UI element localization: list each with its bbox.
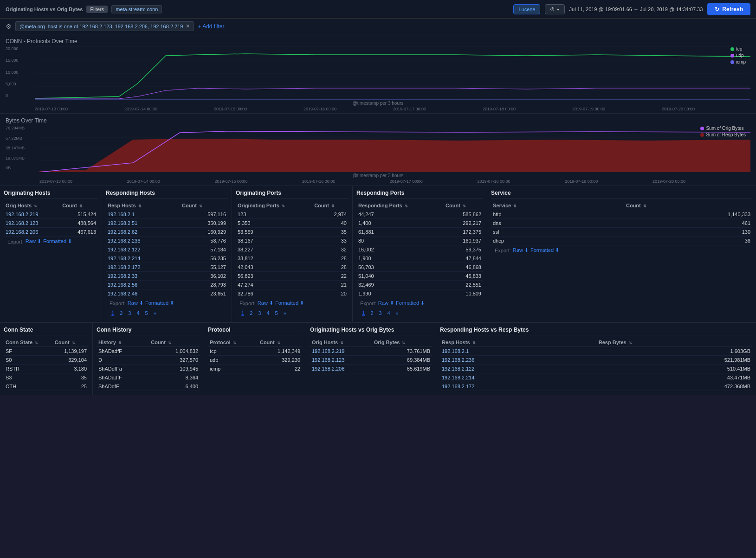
op-page-4[interactable]: 4 — [265, 310, 271, 316]
col-count-svc[interactable]: Count ⇅ — [624, 201, 752, 210]
rp-page-4[interactable]: 4 — [385, 310, 392, 316]
table-row: 32,78620 — [236, 289, 349, 298]
table-row: 56,82322 — [236, 272, 349, 281]
bytes-chart-area: Sum of Orig Bytes Sum of Resp Bytes — [39, 126, 750, 172]
table-row: 192.168.2.1597,116 — [106, 210, 228, 219]
bytes-chart-title: Bytes Over Time — [6, 117, 750, 124]
op-page-5[interactable]: 5 — [273, 310, 280, 316]
formatted-link-rp[interactable]: Formatted ⬇ — [396, 300, 425, 306]
col-resp-hosts[interactable]: Resp Hosts ⇅ — [106, 201, 180, 210]
page-5-btn[interactable]: 5 — [143, 310, 150, 316]
col-count-pr[interactable]: Count ⇅ — [258, 338, 302, 347]
originating-hosts-title: Originating Hosts — [4, 190, 98, 199]
settings-icon[interactable]: ⚙ — [6, 23, 12, 30]
bottom-tables-row: Conn State Conn State ⇅ Count ⇅ SF1,139,… — [0, 322, 756, 395]
protocols-x-label: @timestamp per 3 hours — [6, 100, 750, 107]
table-row: 44,247585,862 — [356, 210, 483, 219]
raw-link-rp[interactable]: Raw ⬇ — [378, 300, 394, 306]
col-count-ch[interactable]: Count ⇅ — [149, 338, 200, 347]
table-row: 192.168.2.21973.761MB — [310, 347, 432, 356]
op-page-3[interactable]: 3 — [256, 310, 263, 316]
top-tables-row: Originating Hosts Orig Hosts ⇅ Count ⇅ 1… — [0, 186, 756, 322]
table-row: 38,22732 — [236, 245, 349, 254]
col-resp-bytes[interactable]: Resp Bytes ⇅ — [597, 338, 752, 347]
filter-close-icon[interactable]: ✕ — [186, 23, 190, 29]
page-3-btn[interactable]: 3 — [126, 310, 133, 316]
responding-hosts-panel: Responding Hosts Resp Hosts ⇅ Count ⇅ 19… — [102, 186, 232, 322]
originating-hosts-table: Orig Hosts ⇅ Count ⇅ 192.168.2.219515,42… — [4, 201, 98, 237]
topbar: Originating Hosts vs Orig Bytes Filters … — [0, 0, 756, 19]
col-orig-hosts-ob[interactable]: Orig Hosts ⇅ — [310, 338, 372, 347]
raw-link-op[interactable]: Raw ⬇ — [258, 300, 273, 306]
service-panel: Service Service ⇅ Count ⇅ http1,140,333d… — [487, 186, 756, 322]
bytes-y-axis: 76.294MB57.22MB38.147MB19.073MB0B — [6, 126, 36, 172]
table-row: 53,55935 — [236, 228, 349, 237]
table-row: D327,570 — [97, 356, 200, 365]
responding-hosts-pagination: 1 2 3 4 5 » — [106, 308, 228, 318]
table-row: icmp22 — [208, 365, 302, 373]
table-row: 33,81228 — [236, 254, 349, 263]
page-1-btn[interactable]: 1 — [110, 310, 116, 316]
table-row: 192.168.2.206467,613 — [4, 228, 98, 237]
page-4-btn[interactable]: 4 — [135, 310, 141, 316]
time-button[interactable]: ⏱ ▾ — [545, 4, 564, 14]
col-count-op[interactable]: Count ⇅ — [312, 201, 349, 210]
rp-page-1[interactable]: 1 — [360, 310, 367, 316]
responding-ports-table: Responding Ports ⇅ Count ⇅ 44,247585,862… — [356, 201, 483, 298]
table-row: 1,400292,217 — [356, 219, 483, 228]
formatted-link[interactable]: Formatted ⬇ — [43, 238, 72, 244]
formatted-link-rh[interactable]: Formatted ⬇ — [145, 300, 174, 306]
originating-ports-table: Originating Ports ⇅ Count ⇅ 1232,9745,35… — [236, 201, 349, 298]
rp-page-2[interactable]: 2 — [368, 310, 375, 316]
op-page-2[interactable]: 2 — [248, 310, 254, 316]
table-row: 192.168.2.62160,929 — [106, 228, 228, 237]
filter-tag[interactable]: @meta.org_host is one of 192.168.2.123, … — [15, 21, 194, 31]
rp-page-3[interactable]: 3 — [377, 310, 383, 316]
raw-link[interactable]: Raw ⬇ — [26, 238, 41, 244]
protocol-title: Protocol — [208, 327, 302, 335]
table-row: SF1,139,197 — [4, 347, 89, 356]
table-row: 192.168.2.236521.981MB — [440, 356, 752, 365]
col-count[interactable]: Count ⇅ — [180, 201, 228, 210]
bytes-x-label: @timestamp per 3 hours — [6, 172, 750, 179]
refresh-button[interactable]: ↻ Refresh — [707, 3, 750, 15]
table-row: ShADadfF8,364 — [97, 373, 200, 382]
responding-ports-export: Export: Raw ⬇ Formatted ⬇ — [356, 298, 483, 308]
col-protocol[interactable]: Protocol ⇅ — [208, 338, 258, 347]
col-service[interactable]: Service ⇅ — [491, 201, 624, 210]
table-row: 61,881172,375 — [356, 228, 483, 237]
table-row: 1,90047,844 — [356, 254, 483, 263]
col-orig-ports[interactable]: Originating Ports ⇅ — [236, 201, 312, 210]
raw-link-rh[interactable]: Raw ⬇ — [128, 300, 143, 306]
table-row: 32,46922,551 — [356, 281, 483, 289]
table-row: 51,04045,833 — [356, 272, 483, 281]
col-history[interactable]: History ⇅ — [97, 338, 149, 347]
col-orig-bytes[interactable]: Orig Bytes ⇅ — [372, 338, 432, 347]
originating-hosts-export: Export: Raw ⬇ Formatted ⬇ — [4, 237, 98, 246]
col-count-rp[interactable]: Count ⇅ — [444, 201, 483, 210]
page-2-btn[interactable]: 2 — [118, 310, 124, 316]
table-row: dns461 — [491, 219, 752, 228]
col-orig-hosts[interactable]: Orig Hosts ⇅ — [4, 201, 60, 210]
formatted-link-svc[interactable]: Formatted ⬇ — [530, 247, 559, 253]
page-next-btn[interactable]: » — [152, 310, 158, 316]
table-row: dhcp36 — [491, 237, 752, 245]
add-filter-button[interactable]: + Add filter — [198, 23, 224, 30]
rp-page-next[interactable]: » — [394, 310, 401, 316]
table-row: 38,16733 — [236, 237, 349, 245]
col-count[interactable]: Count ⇅ — [60, 201, 98, 210]
col-resp-hosts-rb[interactable]: Resp Hosts ⇅ — [440, 338, 597, 347]
lucene-button[interactable]: Lucene — [513, 4, 540, 14]
index-badge[interactable]: meta.stream: conn — [111, 5, 162, 13]
table-row: ssl130 — [491, 228, 752, 237]
protocols-legend: tcp udp icmp — [730, 46, 746, 64]
raw-link-svc[interactable]: Raw ⬇ — [513, 247, 529, 253]
col-resp-ports[interactable]: Responding Ports ⇅ — [356, 201, 444, 210]
op-page-1[interactable]: 1 — [239, 310, 246, 316]
col-state[interactable]: Conn State ⇅ — [4, 338, 53, 347]
formatted-link-op[interactable]: Formatted ⬇ — [275, 300, 304, 306]
date-range: Jul 11, 2019 @ 19:09:01.66 → Jul 20, 201… — [569, 6, 703, 12]
op-page-next[interactable]: » — [282, 310, 288, 316]
bytes-legend: Sum of Orig Bytes Sum of Resp Bytes — [700, 126, 746, 137]
col-count-cs[interactable]: Count ⇅ — [53, 338, 89, 347]
